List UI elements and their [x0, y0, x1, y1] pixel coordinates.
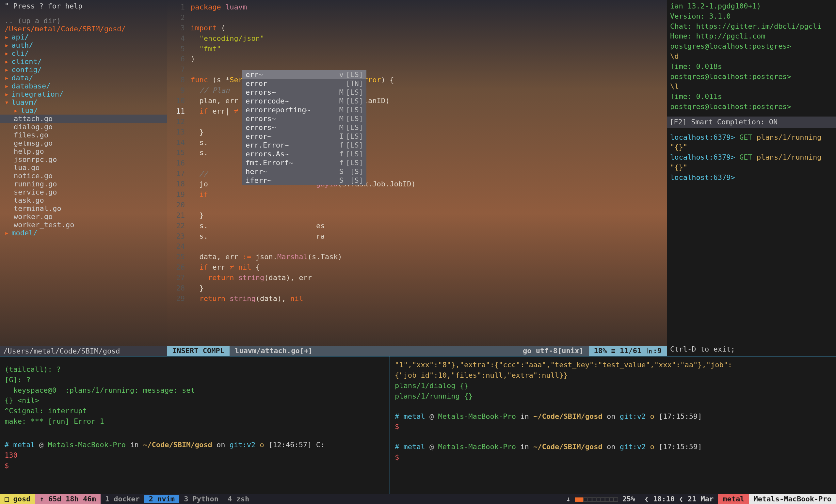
code-line[interactable]: 2 [167, 13, 667, 23]
line-number: 18 [167, 179, 191, 189]
tree-dir[interactable]: ▸client/ [0, 57, 167, 65]
completion-item[interactable]: herr~S[S] [242, 167, 366, 176]
line-number: 17 [167, 169, 191, 179]
terminal-right-pane[interactable]: "1","xxx":"8"},"extra":{"ccc":"aaa","tes… [390, 356, 836, 494]
terminal-line: (tailcall): ? [4, 364, 385, 375]
line-number: 19 [167, 189, 191, 200]
tree-root-path: /Users/metal/Code/SBIM/gosd/ [0, 25, 167, 33]
tree-dir[interactable]: ▾luavm/ [0, 98, 167, 106]
code-line[interactable]: 23 s. ra [167, 231, 667, 241]
prompt-symbol[interactable]: $ [4, 462, 9, 470]
completion-popup[interactable]: err~v[LS]error[TN]errors~M[LS]errorcode~… [242, 70, 366, 185]
completion-item[interactable]: errorcode~M[LS] [242, 97, 366, 105]
tmux-window-tab[interactable]: 4 zsh [223, 495, 254, 503]
tree-file[interactable]: getmsg.go [0, 139, 167, 147]
terminal-line: ian 13.2-1.pgdg100+1) [670, 1, 833, 12]
tmux-window-tab[interactable]: 2 nvim [144, 495, 179, 503]
tree-dir[interactable]: ▸cli/ [0, 49, 167, 57]
tmux-session[interactable]: □ gosd [0, 494, 35, 504]
code-line[interactable]: 27 return string(data), err [167, 273, 667, 283]
line-number: 22 [167, 221, 191, 231]
terminal-line: __keyspace@0__:plans/1/running: message:… [4, 385, 385, 395]
tree-file[interactable]: notice.go [0, 172, 167, 180]
tree-dir[interactable]: ▸database/ [0, 82, 167, 90]
tree-file[interactable]: worker_test.go [0, 221, 167, 229]
code-line[interactable]: 25 data, err := json.Marshal(s.Task) [167, 252, 667, 262]
code-line[interactable]: 29 return string(data), nil [167, 293, 667, 304]
tree-file[interactable]: dialog.go [0, 123, 167, 131]
folder-arrow-icon: ▸ [4, 229, 9, 237]
tree-file[interactable]: task.go [0, 196, 167, 204]
line-number: 16 [167, 158, 191, 169]
line-number: 2 [167, 13, 191, 23]
terminal-line: \l [670, 82, 833, 92]
folder-arrow-icon: ▸ [4, 65, 9, 74]
tree-dir[interactable]: ▸model/ [0, 229, 167, 237]
code-line[interactable]: 6) [167, 54, 667, 64]
tree-file[interactable]: jsonrpc.go [0, 155, 167, 163]
tree-file[interactable]: files.go [0, 131, 167, 139]
right-terminal-pane[interactable]: ian 13.2-1.pgdg100+1)Version: 3.1.0Chat:… [667, 0, 836, 356]
prompt-symbol[interactable]: $ [395, 422, 399, 430]
completion-item[interactable]: errors~M[LS] [242, 114, 366, 123]
completion-item[interactable]: errors.As~f[LS] [242, 150, 366, 158]
editor-pane[interactable]: 1package luavm23import (4 "encoding/json… [167, 0, 667, 356]
tree-up-dir[interactable]: .. (up a dir) [0, 17, 167, 25]
terminal-left-pane[interactable]: Already at oldest change -- INSERT -- (t… [0, 356, 390, 494]
code-line[interactable]: 19 if [167, 189, 667, 200]
tmux-window-tab[interactable]: 3 Python [179, 495, 223, 503]
code-line[interactable]: 26 if err ≠ nil { [167, 262, 667, 273]
code-line[interactable]: 3import ( [167, 23, 667, 33]
code-line[interactable]: 24 [167, 241, 667, 252]
clock: ❮ 18:10 ❮ 21 Mar [640, 494, 718, 504]
terminal-line: [G]: ? [4, 375, 385, 385]
tree-file[interactable]: lua.go [0, 163, 167, 172]
line-number: 11 [167, 106, 191, 117]
prompt-symbol[interactable]: $ [395, 453, 399, 461]
code-line[interactable]: 4 "encoding/json" [167, 33, 667, 44]
completion-item[interactable]: errorreporting~M[LS] [242, 105, 366, 114]
tmux-statusbar: □ gosd ↑ 65d 18h 46m 1 docker2 nvim3 Pyt… [0, 494, 836, 504]
tree-dir[interactable]: ▸integration/ [0, 90, 167, 98]
line-number: 5 [167, 44, 191, 54]
terminal-line: {} <nil> [4, 395, 385, 406]
terminal-line: ^Csignal: interrupt [4, 406, 385, 416]
tmux-uptime: ↑ 65d 18h 46m [35, 494, 100, 504]
terminal-line: Chat: https://gitter.im/dbcli/pgcli [670, 22, 833, 32]
completion-item[interactable]: error[TN] [242, 79, 366, 88]
line-number: 7 [167, 64, 191, 75]
line-number: 25 [167, 252, 191, 262]
completion-item[interactable]: errors~M[LS] [242, 88, 366, 97]
exit-hint: Ctrl-D to exit; [670, 344, 735, 354]
completion-item[interactable]: iferr~S[S] [242, 176, 366, 185]
completion-item[interactable]: err~v[LS] [242, 70, 366, 79]
tree-dir[interactable]: ▸lua/ [0, 106, 167, 115]
tree-file[interactable]: terminal.go [0, 204, 167, 213]
completion-item[interactable]: error~I[LS] [242, 132, 366, 141]
tree-dir[interactable]: ▸api/ [0, 33, 167, 41]
code-line[interactable]: 22 s. es [167, 221, 667, 231]
tree-statusline: /Users/metal/Code/SBIM/gosd [0, 346, 167, 356]
tmux-window-tab[interactable]: 1 docker [100, 495, 144, 503]
shell-prompt-right: # metal @ Metals-MacBook-Pro in ~/Code/S… [395, 411, 832, 432]
tree-dir[interactable]: ▸data/ [0, 74, 167, 82]
tree-file[interactable]: worker.go [0, 213, 167, 221]
shell-prompt-right: # metal @ Metals-MacBook-Pro in ~/Code/S… [395, 442, 832, 463]
code-line[interactable]: 21 } [167, 210, 667, 221]
tree-dir[interactable]: ▸config/ [0, 65, 167, 74]
tree-file[interactable]: attach.go [0, 115, 167, 123]
completion-item[interactable]: fmt.Errorf~f[LS] [242, 158, 366, 167]
tree-file[interactable]: help.go [0, 147, 167, 155]
tmux-user: metal [718, 494, 749, 504]
tree-dir[interactable]: ▸auth/ [0, 41, 167, 49]
code-line[interactable]: 1package luavm [167, 2, 667, 13]
completion-item[interactable]: errors~M[LS] [242, 123, 366, 132]
code-line[interactable]: 20 [167, 200, 667, 210]
tree-file[interactable]: running.go [0, 180, 167, 188]
shell-prompt-left: # metal @ Metals-MacBook-Pro in ~/Code/S… [4, 440, 385, 471]
code-line[interactable]: 5 "fmt" [167, 44, 667, 54]
folder-arrow-icon: ▸ [4, 82, 9, 90]
completion-item[interactable]: err.Error~f[LS] [242, 141, 366, 150]
code-line[interactable]: 28 } [167, 283, 667, 293]
tree-file[interactable]: service.go [0, 188, 167, 196]
